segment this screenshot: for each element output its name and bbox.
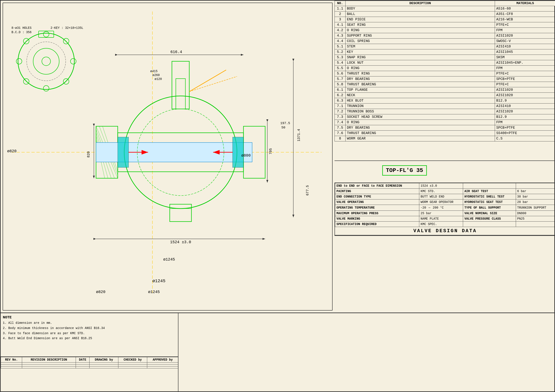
valve-data-row: VALVE OPERATINGWORM GEAR OPERATORHYDROST… — [335, 200, 555, 205]
svg-text:ø260: ø260 — [153, 73, 160, 77]
bom-material: FPM — [495, 66, 555, 71]
valve-field-value: BUTT WELD END — [419, 194, 463, 200]
rev-header-drawing: DRAWING by — [89, 357, 118, 363]
svg-text:677.5: 677.5 — [306, 185, 310, 196]
bom-no: 7.4 — [335, 120, 346, 125]
bom-row: 3END PIECEA216-WCB — [335, 17, 555, 22]
main-container: DN800-PN25 8-ø31 HOLES B. — [0, 0, 555, 392]
bom-description: LOCK NUT — [346, 60, 495, 66]
valve-data-row: END to END or FACE to FACE DIMENSION1524… — [335, 183, 555, 189]
valve-field-rlabel: AIR SEAT TEST — [463, 189, 516, 194]
bom-description: WORM GEAR — [346, 136, 495, 142]
bom-material: AISI1020 — [495, 87, 555, 93]
valve-field-value: -20 ～ 200 °C — [419, 205, 463, 211]
bom-no: 5.3 — [335, 55, 346, 60]
svg-text:ø820: ø820 — [7, 149, 16, 153]
bom-material: AISI1020 — [495, 33, 555, 39]
bom-no: 5.4 — [335, 60, 346, 66]
bom-material: AISI1020 — [495, 93, 555, 98]
valve-data-title: VALVE DESIGN DATA — [335, 227, 555, 235]
svg-rect-36 — [118, 137, 129, 167]
valve-field-rvalue: 6 bar — [516, 189, 555, 194]
valve-field-rvalue: PN25 — [516, 216, 555, 221]
svg-text:ø120: ø120 — [154, 77, 162, 81]
bom-no: 3 — [335, 17, 346, 22]
svg-text:197.5: 197.5 — [280, 121, 290, 125]
valve-data-row: SPECIFICATION REQUIREDKMC SPEC. — [335, 221, 555, 227]
valve-field-rlabel: HYDROSTATIC SEAT TEST — [463, 200, 516, 205]
bom-material: A216-WCB — [495, 17, 555, 22]
valve-field-value: KMC SPEC. — [419, 221, 463, 227]
valve-field-rvalue: 28 bar — [516, 200, 555, 205]
bom-no: 4.3 — [335, 33, 346, 39]
bom-no: 7.5 — [335, 125, 346, 131]
bom-description: KEY — [346, 49, 495, 55]
bom-panel: NO. DESCRIPTION MATERIALS 1.1BODYA516-60… — [335, 1, 555, 161]
bom-header-no: NO. — [335, 1, 346, 6]
bom-no: 2 — [335, 12, 346, 17]
bom-material: PTFE+C — [495, 71, 555, 77]
bom-material: SPCB+PTFE — [495, 125, 555, 131]
bom-material: PTFE+C — [495, 82, 555, 87]
bom-description: TOP FLANGE — [346, 87, 495, 93]
valve-field-rvalue — [516, 221, 555, 227]
valve-field-label: END CONNECTION TYPE — [335, 194, 419, 200]
rev-header-desc: REVISION DESCRIPTION — [22, 357, 76, 363]
svg-text:ø1245: ø1245 — [153, 278, 165, 284]
bom-material: SPCB+PTFE — [495, 77, 555, 82]
bom-no: 7.2 — [335, 109, 346, 114]
bom-row: 4.3SUPPORT RINGAISI1020 — [335, 33, 555, 39]
valve-field-label: OPERATING TEMPERATURE — [335, 205, 419, 211]
bom-description: TRUNNION — [346, 104, 495, 109]
bom-row: 6.3HEX BLOTB12.9 — [335, 98, 555, 104]
bom-row: 6.2NECKAISI1020 — [335, 93, 555, 98]
svg-text:705: 705 — [269, 148, 273, 154]
valve-field-rlabel: HYDROSTATIC SHELL TEST — [463, 194, 516, 200]
svg-text:1371.4: 1371.4 — [297, 129, 301, 142]
bom-no: 6.2 — [335, 93, 346, 98]
bom-table: NO. DESCRIPTION MATERIALS 1.1BODYA516-60… — [335, 1, 555, 142]
bom-description: O RING — [346, 28, 495, 33]
bom-description: BALL — [346, 12, 495, 17]
bom-description: THRUST BEARING — [346, 82, 495, 87]
bom-row: 7.5DRY BEARINGSPCB+PTFE — [335, 125, 555, 131]
bom-row: 7.4O RINGFPM — [335, 120, 555, 125]
bom-description: THRUST RING — [346, 71, 495, 77]
bom-description: HEX BLOT — [346, 98, 495, 104]
bom-row: 5.8THRUST BEARINGPTFE+C — [335, 82, 555, 87]
valve-field-rlabel: TYPE OF BALL SUPPORT — [463, 205, 516, 211]
bom-description: SEAT RING — [346, 22, 495, 28]
svg-text:820: 820 — [87, 151, 91, 158]
bom-material: A516-60 — [495, 6, 555, 12]
bom-row: 4.1SEAT RINGPTFE+C — [335, 22, 555, 28]
bom-description: DRY BEARING — [346, 125, 495, 131]
note-title: NOTE — [3, 315, 105, 320]
top-flg-box: TOP-FL'G 35 — [382, 165, 427, 176]
bom-no: 7.6 — [335, 131, 346, 136]
bom-header-mat: MATERIALS — [495, 1, 555, 6]
svg-text:ø415: ø415 — [150, 70, 158, 73]
bom-description: BODY — [346, 6, 495, 12]
bom-no: 6.1 — [335, 87, 346, 93]
valve-data-row: END CONNECTION TYPEBUTT WELD ENDHYDROSTA… — [335, 194, 555, 200]
valve-field-label: MAXIMUM OPERATING PRESS — [335, 211, 419, 216]
revision-table: REV No. REVISION DESCRIPTION DATE DRAWIN… — [1, 357, 178, 368]
valve-field-label: END to END or FACE to FACE DIMENSION — [335, 183, 419, 189]
bom-no: 5.1 — [335, 44, 346, 49]
bom-row: 5.2KEYAISI1045 — [335, 49, 555, 55]
bom-description: O RING — [346, 66, 495, 71]
bom-row: 5.6THRUST RINGPTFE+C — [335, 71, 555, 77]
notes-section: NOTE 1. All dimension are in mm. 2. Body… — [1, 313, 178, 392]
bom-material: AISI1020 — [495, 109, 555, 114]
svg-text:B.C.D : 356: B.C.D : 356 — [12, 30, 31, 34]
svg-rect-37 — [233, 137, 243, 167]
bom-description: SOCKET HEAD SCREW — [346, 114, 495, 120]
bom-no: 6.3 — [335, 98, 346, 104]
revision-table-area: REV No. REVISION DESCRIPTION DATE DRAWIN… — [1, 356, 178, 368]
bom-description: END PIECE — [346, 17, 495, 22]
rev-header-approved: APPROVED by — [147, 357, 178, 363]
svg-text:ø1245: ø1245 — [148, 290, 160, 294]
rev-header-date: DATE — [76, 357, 89, 363]
valve-field-value: KMC STD. — [419, 189, 463, 194]
valve-data-row: VALVE MARKINGNAME PLATEVALVE PRESSURE CL… — [335, 216, 555, 221]
